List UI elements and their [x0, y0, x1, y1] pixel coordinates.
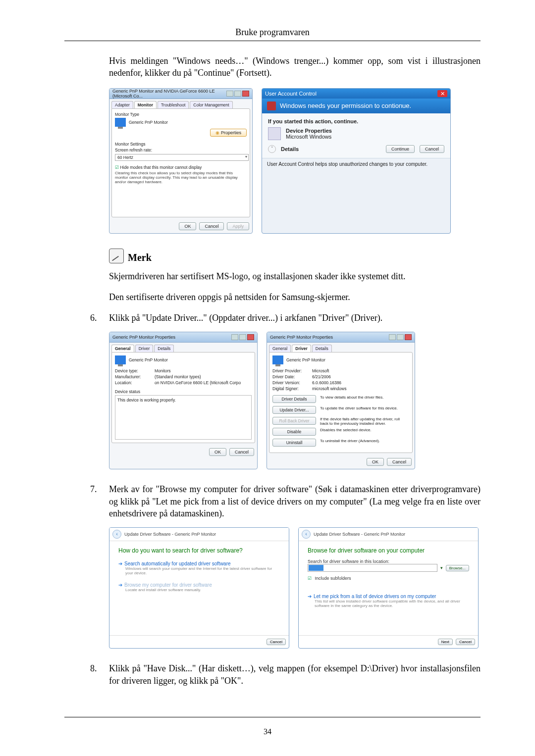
- option-pick-from-list[interactable]: Let me pick from a list of device driver…: [308, 594, 469, 608]
- dialog-title: Generic PnP Monitor Properties: [270, 335, 333, 340]
- refresh-rate-select[interactable]: 60 Hertz: [115, 154, 249, 161]
- window-buttons[interactable]: [389, 334, 412, 340]
- hide-modes-checkbox[interactable]: ☑ Hide modes that this monitor cannot di…: [115, 165, 247, 170]
- monitor-icon: [272, 355, 283, 364]
- tabs: Adapter Monitor Troubleshoot Color Manag…: [109, 99, 252, 108]
- note-title: Merk: [128, 252, 152, 263]
- option-search-auto[interactable]: Search automatically for updated driver …: [118, 561, 280, 575]
- properties-button[interactable]: ◉ Properties: [210, 129, 247, 137]
- hide-modes-help: Clearing this check box allows you to se…: [115, 171, 247, 184]
- device-status-label: Device status: [115, 389, 252, 394]
- search-label: Search for driver software in this locat…: [308, 559, 469, 564]
- note-text-1: Skjermdriveren har sertifisert MS-logo, …: [109, 270, 481, 282]
- wizard-title: Update Driver Software - Generic PnP Mon…: [314, 532, 405, 537]
- dialog-titlebar: Generic PnP Monitor and NVIDIA GeForce 6…: [109, 89, 252, 99]
- header-rule: [64, 41, 481, 41]
- cancel-button[interactable]: Cancel: [387, 458, 412, 466]
- monitor-properties-dialog: Generic PnP Monitor and NVIDIA GeForce 6…: [109, 88, 253, 234]
- ok-button[interactable]: OK: [367, 458, 384, 466]
- details-label[interactable]: Details: [281, 146, 381, 152]
- tab-details[interactable]: Details: [312, 345, 332, 352]
- step-8: 8. Klikk på "Have Disk..." (Har diskett……: [90, 662, 481, 687]
- tab-troubleshoot[interactable]: Troubleshoot: [158, 101, 189, 108]
- pnp-props-general-dialog: Generic PnP Monitor Properties General D…: [109, 332, 258, 469]
- browse-button[interactable]: Browse...: [446, 565, 469, 571]
- note-icon: [109, 249, 124, 263]
- driver-details-button[interactable]: Driver Details: [272, 395, 316, 403]
- tab-driver[interactable]: Driver: [135, 345, 154, 352]
- next-button[interactable]: Next: [438, 639, 453, 645]
- back-icon[interactable]: ‹: [302, 530, 311, 539]
- page-number: 34: [0, 727, 535, 736]
- step-text: Merk av for "Browse my computer for driv…: [109, 483, 481, 519]
- cancel-button[interactable]: Cancel: [229, 448, 254, 456]
- shield-icon: [267, 101, 276, 110]
- dialog-title: Generic PnP Monitor and NVIDIA GeForce 6…: [112, 89, 226, 99]
- tab-color-management[interactable]: Color Management: [190, 101, 232, 108]
- cancel-button[interactable]: Cancel: [267, 639, 286, 645]
- tab-adapter[interactable]: Adapter: [111, 101, 133, 108]
- dialog-title: Generic PnP Monitor Properties: [112, 335, 175, 340]
- cancel-button[interactable]: Cancel: [420, 145, 444, 153]
- device-status-box: This device is working properly.: [115, 395, 252, 440]
- uac-dialog: User Account Control ✕ Windows needs you…: [262, 88, 451, 234]
- path-input[interactable]: [308, 564, 437, 572]
- monitor-settings-label: Monitor Settings: [115, 142, 247, 147]
- ok-button[interactable]: OK: [179, 222, 196, 230]
- apply-button[interactable]: Apply: [227, 222, 249, 230]
- continue-button[interactable]: Continue: [386, 145, 415, 153]
- uac-footer: User Account Control helps stop unauthor…: [262, 158, 450, 170]
- wizard-heading: Browse for driver software on your compu…: [308, 547, 469, 554]
- monitor-type-value: Generic PnP Monitor: [129, 120, 168, 125]
- uac-title: User Account Control: [265, 91, 317, 97]
- tab-general[interactable]: General: [269, 345, 291, 352]
- tab-monitor[interactable]: Monitor: [134, 101, 157, 108]
- refresh-rate-label: Screen refresh rate:: [115, 148, 247, 152]
- update-driver-wizard-2: ‹ Update Driver Software - Generic PnP M…: [298, 527, 479, 649]
- step-7: 7. Merk av for "Browse my computer for d…: [90, 483, 481, 519]
- ok-button[interactable]: OK: [209, 448, 226, 456]
- uac-need-permission: Windows needs your permission to contion…: [262, 99, 450, 113]
- wizard-heading: How do you want to search for driver sof…: [118, 547, 280, 554]
- device-name: Generic PnP Monitor: [286, 357, 325, 362]
- step-number: 7.: [90, 483, 109, 495]
- device-name: Generic PnP Monitor: [129, 357, 168, 362]
- close-icon[interactable]: ✕: [437, 90, 447, 97]
- window-buttons[interactable]: [231, 334, 254, 340]
- back-icon[interactable]: ‹: [112, 530, 121, 539]
- figure-2: Generic PnP Monitor Properties General D…: [109, 332, 481, 469]
- cancel-button[interactable]: Cancel: [199, 222, 224, 230]
- cancel-button[interactable]: Cancel: [456, 639, 475, 645]
- tab-pane: Monitor Type Generic PnP Monitor ◉ Prope…: [111, 108, 250, 217]
- app-icon: [268, 127, 281, 140]
- tab-details[interactable]: Details: [154, 345, 174, 352]
- page-header: Bruke programvaren: [64, 27, 481, 41]
- update-driver-button[interactable]: Update Driver...: [272, 406, 316, 414]
- step-text: Klikk på "Update Driver..." (Oppdater dr…: [109, 312, 481, 324]
- roll-back-driver-button[interactable]: Roll Back Driver: [272, 417, 316, 425]
- window-buttons[interactable]: [226, 91, 249, 97]
- wizard-title: Update Driver Software - Generic PnP Mon…: [124, 532, 216, 537]
- dialog-titlebar: Generic PnP Monitor Properties: [267, 332, 415, 343]
- uac-app-info: Device Properties Microsoft Windows: [268, 127, 444, 140]
- disable-button[interactable]: Disable: [272, 428, 316, 436]
- option-browse-computer[interactable]: Browse my computer for driver software L…: [118, 582, 280, 592]
- footer-rule: [64, 717, 481, 717]
- monitor-icon: [115, 118, 126, 127]
- uninstall-button[interactable]: Uninstall: [272, 439, 316, 447]
- step-number: 6.: [90, 312, 109, 324]
- uac-app-name: Device Properties: [286, 128, 332, 134]
- tab-driver[interactable]: Driver: [292, 345, 311, 352]
- tab-general[interactable]: General: [111, 345, 134, 352]
- figure-1: Generic PnP Monitor and NVIDIA GeForce 6…: [109, 88, 481, 234]
- note-text-2: Den sertifiserte driveren oppgis på nett…: [109, 291, 481, 303]
- uac-publisher: Microsoft Windows: [286, 134, 332, 140]
- monitor-icon: [115, 355, 126, 364]
- step-text: Klikk på "Have Disk..." (Har diskett…), …: [109, 662, 481, 687]
- include-subfolders-checkbox[interactable]: Include subfolders: [308, 576, 469, 581]
- intro-paragraph: Hvis meldingen "Windows needs…" (Windows…: [109, 55, 481, 79]
- step-number: 8.: [90, 662, 109, 674]
- update-driver-wizard-1: ‹ Update Driver Software - Generic PnP M…: [109, 527, 289, 649]
- figure-3: ‹ Update Driver Software - Generic PnP M…: [109, 527, 481, 649]
- chevron-down-icon[interactable]: ˅: [268, 145, 276, 153]
